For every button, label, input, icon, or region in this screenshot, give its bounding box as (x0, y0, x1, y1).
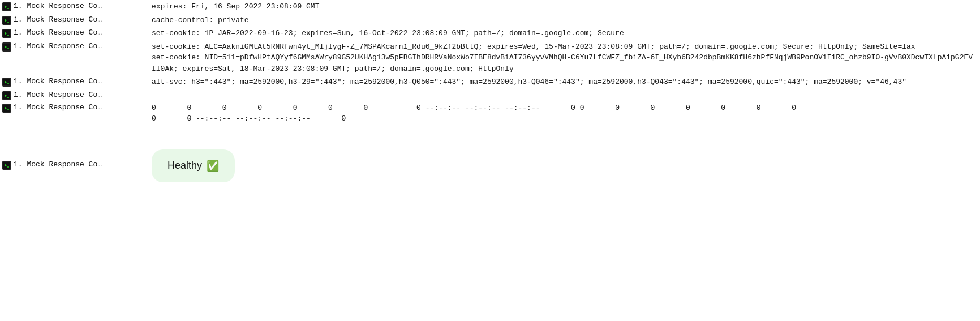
row-content: set-cookie: AEC=AakniGMtAt5RNRfwn4yt_Mlj… (147, 40, 980, 76)
log-row: 1. Mock Response Co… alt-svc: h3=":443";… (0, 75, 980, 89)
healthy-content: Healthy ✅ (147, 142, 239, 188)
row-label: 1. Mock Response Co… (0, 89, 147, 101)
terminal-icon (2, 16, 11, 25)
log-row: 1. Mock Response Co… 0 0 0 0 0 0 0 0 --:… (0, 101, 980, 126)
log-row: 1. Mock Response Co… (0, 89, 980, 101)
terminal-icon (2, 29, 11, 38)
log-row: 1. Mock Response Co… set-cookie: AEC=Aak… (0, 40, 980, 76)
row-label-text: 1. Mock Response Co… (14, 103, 102, 112)
terminal-icon (2, 42, 11, 52)
log-row: 1. Mock Response Co… set-cookie: 1P_JAR=… (0, 27, 980, 40)
healthy-icon: ✅ (207, 160, 219, 172)
row-label-text: 1. Mock Response Co… (14, 77, 102, 85)
terminal-icon (2, 2, 11, 11)
row-content: cache-control: private (147, 14, 980, 27)
terminal-icon (2, 104, 11, 113)
row-label: 1. Mock Response Co… (0, 27, 147, 39)
spacer-row (0, 126, 980, 136)
terminal-icon (2, 161, 11, 170)
row-label: 1. Mock Response Co… (0, 0, 147, 12)
row-label-text: 1. Mock Response Co… (14, 15, 102, 24)
row-content (147, 89, 980, 91)
terminal-icon (2, 78, 11, 87)
row-label: 1. Mock Response Co… (0, 14, 147, 26)
row-content: expires: Fri, 16 Sep 2022 23:08:09 GMT (147, 0, 980, 14)
log-row: 1. Mock Response Co… cache-control: priv… (0, 14, 980, 27)
row-content: alt-svc: h3=":443"; ma=2592000,h3-29=":4… (147, 75, 980, 89)
row-label-text: 1. Mock Response Co… (14, 91, 102, 99)
healthy-text: Healthy (167, 160, 202, 172)
healthy-badge: Healthy ✅ (152, 149, 235, 182)
healthy-row: 1. Mock Response Co… Healthy ✅ (0, 136, 980, 194)
row-label-text: 1. Mock Response Co… (14, 42, 102, 50)
row-label: 1. Mock Response Co… (0, 75, 147, 88)
row-label: 1. Mock Response Co… (0, 159, 147, 171)
row-label: 1. Mock Response Co… (0, 40, 147, 53)
terminal-icon (2, 91, 11, 100)
row-content-numbers: 0 0 0 0 0 0 0 0 --:--:-- --:--:-- --:--:… (147, 101, 980, 126)
row-label-text: 1. Mock Response Co… (14, 28, 102, 37)
row-label-text: 1. Mock Response Co… (14, 160, 102, 169)
row-label-text: 1. Mock Response Co… (14, 2, 102, 10)
log-row: 1. Mock Response Co… expires: Fri, 16 Se… (0, 0, 980, 14)
row-content: set-cookie: 1P_JAR=2022-09-16-23; expire… (147, 27, 980, 40)
log-container: 1. Mock Response Co… expires: Fri, 16 Se… (0, 0, 980, 194)
row-label: 1. Mock Response Co… (0, 101, 147, 114)
